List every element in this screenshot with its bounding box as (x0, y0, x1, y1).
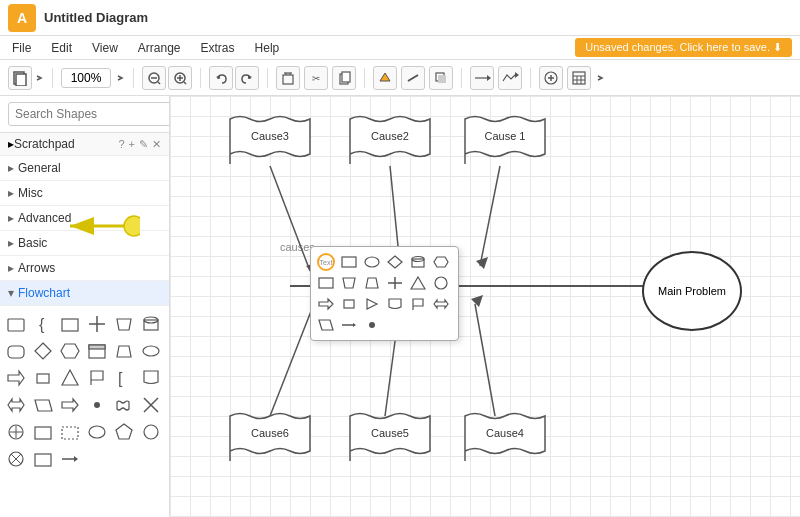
shape-double-arrow[interactable] (4, 393, 28, 417)
shape-triangle[interactable] (58, 366, 82, 390)
shape-circle-plus[interactable] (4, 420, 28, 444)
search-input[interactable] (8, 102, 170, 126)
redo-button[interactable] (235, 66, 259, 90)
shape-cross2[interactable] (139, 393, 163, 417)
shape-parallelogram[interactable] (112, 312, 136, 336)
tooltip-trapezoid[interactable] (363, 274, 381, 292)
sidebar-item-general[interactable]: ▸ General (0, 156, 169, 181)
svg-rect-27 (573, 72, 585, 84)
shape-tooltip-popup[interactable]: Text (310, 246, 459, 341)
tooltip-triangle[interactable] (409, 274, 427, 292)
shape-flag[interactable] (85, 366, 109, 390)
shape-hexagon[interactable] (58, 339, 82, 363)
menu-help[interactable]: Help (251, 39, 284, 57)
shape-rect4[interactable] (31, 447, 55, 471)
shape-circle[interactable] (139, 420, 163, 444)
svg-marker-44 (61, 344, 79, 358)
shape-oval[interactable] (139, 339, 163, 363)
sidebar-item-arrows[interactable]: ▸ Arrows (0, 256, 169, 281)
tooltip-arrow-right[interactable] (317, 295, 335, 313)
table-button[interactable] (567, 66, 591, 90)
tooltip-rect[interactable] (340, 253, 358, 271)
add-button[interactable] (539, 66, 563, 90)
shape-doc[interactable] (139, 366, 163, 390)
zoom-level[interactable]: 100% (61, 68, 111, 88)
menu-arrange[interactable]: Arrange (134, 39, 185, 57)
shape-trapezoid[interactable] (112, 339, 136, 363)
unsaved-save-button[interactable]: Unsaved changes. Click here to save. ⬇ (575, 38, 792, 57)
shape-tape[interactable] (112, 393, 136, 417)
cause5-node[interactable]: Cause5 (345, 411, 435, 469)
shape-rectangle-open[interactable] (4, 312, 28, 336)
shape-cross[interactable] (85, 312, 109, 336)
shape-parallelogram2[interactable] (31, 393, 55, 417)
svg-rect-20 (438, 75, 446, 83)
scratchpad-add[interactable]: + (129, 138, 135, 151)
tooltip-small-rect[interactable] (340, 295, 358, 313)
tooltip-circle[interactable] (432, 274, 450, 292)
shape-cylinder[interactable] (139, 312, 163, 336)
tooltip-double-arrow2[interactable] (432, 295, 450, 313)
shape-right-arrow2[interactable] (58, 393, 82, 417)
separator-1 (52, 68, 53, 88)
menu-file[interactable]: File (8, 39, 35, 57)
scratchpad-help[interactable]: ? (118, 138, 124, 151)
shape-diamond[interactable] (31, 339, 55, 363)
cause2-node[interactable]: Cause2 (345, 114, 435, 172)
shape-bracket[interactable]: [ (112, 366, 136, 390)
menu-view[interactable]: View (88, 39, 122, 57)
pages-button[interactable] (8, 66, 32, 90)
shape-arrow3[interactable] (58, 447, 82, 471)
shape-rectangle[interactable] (58, 312, 82, 336)
shape-dot[interactable] (85, 393, 109, 417)
tooltip-cross[interactable] (386, 274, 404, 292)
tooltip-doc2[interactable] (386, 295, 404, 313)
cut-button[interactable]: ✂ (304, 66, 328, 90)
shape-rect2[interactable] (85, 339, 109, 363)
zoom-out-button[interactable] (142, 66, 166, 90)
menu-extras[interactable]: Extras (197, 39, 239, 57)
cause4-node[interactable]: Cause4 (460, 411, 550, 469)
tooltip-arrow4[interactable] (340, 316, 358, 334)
tooltip-parallelogram[interactable] (340, 274, 358, 292)
cause1-node[interactable]: Cause 1 (460, 114, 550, 172)
scratchpad-close[interactable]: ✕ (152, 138, 161, 151)
shape-small-rect[interactable] (31, 366, 55, 390)
tooltip-flag2[interactable] (409, 295, 427, 313)
shape-rect3[interactable] (31, 420, 55, 444)
tooltip-hexagon[interactable] (432, 253, 450, 271)
cause3-node[interactable]: Cause3 (225, 114, 315, 172)
shape-arrow-right[interactable] (4, 366, 28, 390)
copy-button[interactable] (332, 66, 356, 90)
undo-button[interactable] (209, 66, 233, 90)
tooltip-diamond[interactable] (386, 253, 404, 271)
shape-dots-rect[interactable] (58, 420, 82, 444)
canvas[interactable]: causes (170, 96, 800, 517)
line-button[interactable] (401, 66, 425, 90)
main-problem-node[interactable]: Main Problem (642, 251, 742, 331)
shape-brace-left[interactable]: { (31, 312, 55, 336)
tooltip-rect2[interactable] (317, 274, 335, 292)
shape-pentagon[interactable] (112, 420, 136, 444)
menu-edit[interactable]: Edit (47, 39, 76, 57)
tooltip-dot2[interactable] (363, 316, 381, 334)
svg-rect-1 (16, 74, 26, 86)
delete-button[interactable] (276, 66, 300, 90)
sidebar-item-misc[interactable]: ▸ Misc (0, 181, 169, 206)
tooltip-para2[interactable] (317, 316, 335, 334)
tooltip-ellipse[interactable] (363, 253, 381, 271)
shape-rounded-rect[interactable] (4, 339, 28, 363)
shape-circle-x[interactable] (4, 447, 28, 471)
tooltip-text[interactable]: Text (317, 253, 335, 271)
shape-ellipse[interactable] (85, 420, 109, 444)
shadow-button[interactable] (429, 66, 453, 90)
sidebar-item-flowchart[interactable]: ▾ Flowchart (0, 281, 169, 306)
fill-button[interactable] (373, 66, 397, 90)
zoom-in-button[interactable] (168, 66, 192, 90)
connection-button[interactable] (470, 66, 494, 90)
tooltip-cylinder[interactable] (409, 253, 427, 271)
scratchpad-edit[interactable]: ✎ (139, 138, 148, 151)
tooltip-play[interactable] (363, 295, 381, 313)
waypoint-button[interactable] (498, 66, 522, 90)
cause6-node[interactable]: Cause6 (225, 411, 315, 469)
